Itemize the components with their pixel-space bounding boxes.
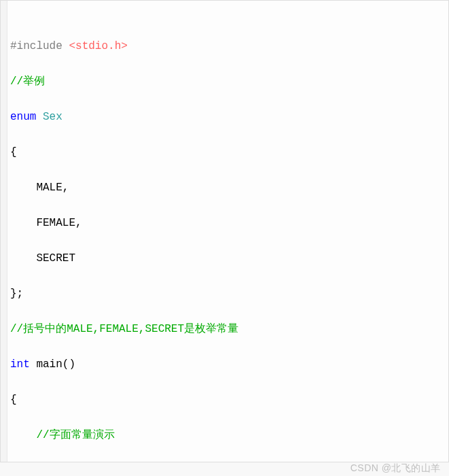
func-name: main xyxy=(36,358,62,371)
code-line: { xyxy=(10,391,448,409)
identifier: Sex xyxy=(43,111,62,123)
gutter xyxy=(1,1,7,462)
code-line: #include <stdio.h> xyxy=(10,37,448,55)
code-line: //字面常量演示 xyxy=(10,426,448,444)
parens: () xyxy=(62,358,75,371)
code-line: //括号中的MALE,FEMALE,SECRET是枚举常量 xyxy=(10,320,448,338)
keyword: int xyxy=(10,358,36,371)
keyword: enum xyxy=(10,111,43,123)
comment: //字面常量演示 xyxy=(10,429,115,441)
code-line: MALE, xyxy=(10,179,448,197)
code-line: int main() xyxy=(10,356,448,373)
code-line: enum Sex xyxy=(10,108,448,126)
code-line: SECRET xyxy=(10,250,448,267)
code-editor: #include <stdio.h> //举例 enum Sex { MALE,… xyxy=(0,0,449,462)
comment: //括号中的MALE,FEMALE,SECRET是枚举常量 xyxy=(10,323,238,335)
comment: //举例 xyxy=(10,75,45,88)
code-line: }; xyxy=(10,285,448,303)
code-line: //举例 xyxy=(10,73,448,90)
preproc: #include xyxy=(10,40,69,52)
watermark: CSDN @北飞的山羊 xyxy=(351,462,441,475)
code-line: FEMALE, xyxy=(10,214,448,232)
include-path: <stdio.h> xyxy=(69,40,127,52)
code-line: { xyxy=(10,143,448,161)
